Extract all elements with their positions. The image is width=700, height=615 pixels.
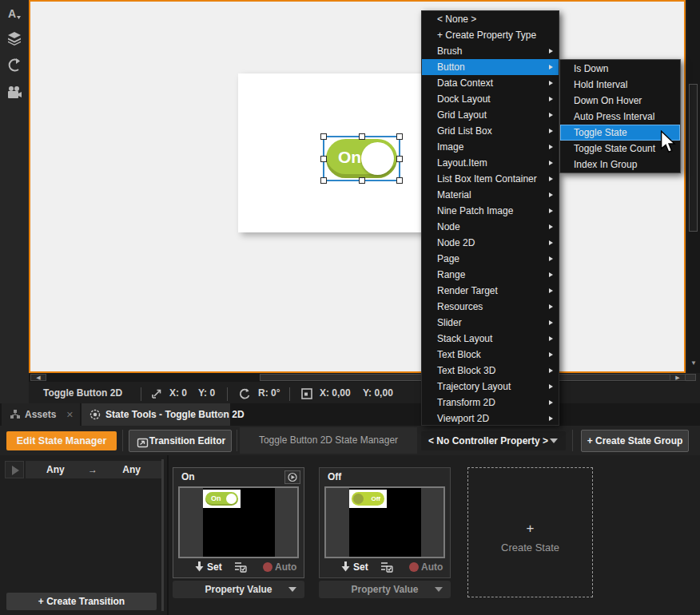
scroll-right-icon[interactable]: ▶ xyxy=(670,374,686,381)
menu-item-stack-layout[interactable]: Stack Layout xyxy=(422,331,559,347)
state-thumbnail[interactable]: Off xyxy=(324,486,445,558)
close-icon[interactable]: ✕ xyxy=(217,410,225,420)
menu-item-text-block[interactable]: Text Block xyxy=(422,347,559,363)
text-properties-icon[interactable]: A xyxy=(6,6,22,22)
menu-item-list-box-item-container[interactable]: List Box Item Container xyxy=(422,171,559,187)
controller-property-dropdown[interactable]: < No Controller Property > xyxy=(421,431,566,450)
selection-handle[interactable] xyxy=(320,177,327,184)
property-value-dropdown-on[interactable]: Property Value xyxy=(173,581,304,598)
vertical-scrollbar[interactable]: ▼ xyxy=(687,0,700,373)
menu-item-dock-layout[interactable]: Dock Layout xyxy=(422,91,559,107)
submenu-item-hold-interval[interactable]: Hold Interval xyxy=(560,77,680,93)
set-button[interactable]: Set xyxy=(207,561,222,573)
create-state-group-button[interactable]: + Create State Group xyxy=(581,430,689,452)
selection-handle[interactable] xyxy=(320,133,327,140)
submenu-arrow-icon xyxy=(549,129,553,133)
rotation-value: R: 0° xyxy=(258,387,280,399)
app-window: On ▼ ◀ ▶ A Toggl xyxy=(0,0,700,615)
play-transition-button[interactable] xyxy=(5,461,24,478)
thumbnail-toggle-chip: On xyxy=(203,490,241,508)
selection-handle[interactable] xyxy=(359,133,365,140)
create-state-button[interactable]: + Create State xyxy=(467,467,593,597)
menu-item-button[interactable]: Button xyxy=(422,59,559,75)
menu-item-create-property-type[interactable]: + Create Property Type xyxy=(422,27,559,43)
rotate-icon xyxy=(238,387,251,400)
menu-item-viewport-2d[interactable]: Viewport 2D xyxy=(422,411,559,427)
transition-any-any[interactable]: Any → Any xyxy=(26,461,161,478)
close-icon[interactable]: ✕ xyxy=(66,410,74,420)
selection-handle[interactable] xyxy=(320,156,327,162)
tab-assets[interactable]: Assets ✕ xyxy=(2,403,80,426)
menu-item-image[interactable]: Image xyxy=(422,139,559,155)
menu-item-range[interactable]: Range xyxy=(422,267,559,283)
scroll-down-icon[interactable]: ▼ xyxy=(690,359,697,367)
submenu-arrow-icon xyxy=(549,416,553,421)
state-card-off[interactable]: Off Off Set Auto xyxy=(319,467,451,578)
submenu-item-auto-press-interval[interactable]: Auto Press Interval xyxy=(560,109,680,125)
set-button[interactable]: Set xyxy=(353,561,368,573)
transitions-scrollbar[interactable] xyxy=(161,459,164,611)
camera-icon[interactable] xyxy=(6,85,22,101)
tab-state-tools[interactable]: State Tools - Toggle Button 2D ✕ xyxy=(82,403,230,426)
menu-item-resources[interactable]: Resources xyxy=(422,299,559,315)
menu-item-none[interactable]: < None > xyxy=(422,11,559,27)
menu-item-page[interactable]: Page xyxy=(422,251,559,267)
horizontal-scrollbar[interactable]: ◀ ▶ xyxy=(29,373,686,382)
transition-arrow-icon[interactable] xyxy=(6,58,22,73)
menu-item-slider[interactable]: Slider xyxy=(422,315,559,331)
submenu-arrow-icon xyxy=(549,208,553,213)
auto-record-icon[interactable] xyxy=(263,562,272,572)
submenu-arrow-icon xyxy=(549,97,553,101)
menu-item-grid-list-box[interactable]: Grid List Box xyxy=(422,123,559,139)
layers-icon[interactable] xyxy=(6,30,22,46)
scroll-left-icon[interactable]: ◀ xyxy=(30,374,46,381)
menu-item-label: Resources xyxy=(437,301,483,312)
menu-item-label: Node 2D xyxy=(437,237,475,248)
property-list-icon[interactable] xyxy=(234,561,247,573)
selection-handle[interactable] xyxy=(359,177,365,184)
edit-state-manager-button[interactable]: Edit State Manager xyxy=(6,431,117,450)
submenu-item-down-on-hover[interactable]: Down On Hover xyxy=(560,93,680,109)
preview-viewport[interactable] xyxy=(29,0,686,373)
submenu-item-index-in-group[interactable]: Index In Group xyxy=(560,157,680,173)
menu-item-nine-patch-image[interactable]: Nine Patch Image xyxy=(422,203,559,219)
menu-item-brush[interactable]: Brush xyxy=(422,43,559,59)
menu-item-material[interactable]: Material xyxy=(422,187,559,203)
position-y: Y: 0 xyxy=(198,387,215,399)
play-icon xyxy=(12,466,19,475)
arrow-right-icon: → xyxy=(88,464,97,475)
transition-editor-button[interactable]: Transition Editor xyxy=(129,430,232,452)
state-thumbnail[interactable]: On xyxy=(178,486,299,558)
menu-item-node-2d[interactable]: Node 2D xyxy=(422,235,559,251)
position-x: X: 0 xyxy=(169,387,187,399)
menu-item-text-block-3d[interactable]: Text Block 3D xyxy=(422,363,559,379)
selection-handle[interactable] xyxy=(396,133,403,140)
menu-item-data-context[interactable]: Data Context xyxy=(422,75,559,91)
state-name: Off xyxy=(328,471,341,482)
menu-item-label: Range xyxy=(437,269,465,280)
selection-handle[interactable] xyxy=(396,177,403,184)
submenu-arrow-icon xyxy=(549,161,553,165)
menu-item-node[interactable]: Node xyxy=(422,219,559,235)
menu-item-render-target[interactable]: Render Target xyxy=(422,283,559,299)
transition-editor-icon xyxy=(137,435,149,447)
menu-item-label: Image xyxy=(437,141,463,153)
translate-icon xyxy=(150,387,163,400)
thumbnail-toggle-chip: Off xyxy=(349,490,387,508)
property-list-icon[interactable] xyxy=(380,561,393,573)
transition-from: Any xyxy=(46,464,65,475)
state-card-on[interactable]: On On Set Auto xyxy=(173,467,304,578)
property-value-dropdown-off[interactable]: Property Value xyxy=(319,581,451,598)
menu-item-label: List Box Item Container xyxy=(437,173,537,184)
menu-item-label: Viewport 2D xyxy=(437,413,489,424)
menu-item-transform-2d[interactable]: Transform 2D xyxy=(422,395,559,411)
menu-item-trajectory-layout[interactable]: Trajectory Layout xyxy=(422,379,559,395)
create-transition-button[interactable]: + Create Transition xyxy=(6,593,157,610)
submenu-item-is-down[interactable]: Is Down xyxy=(560,61,680,77)
selection-handle[interactable] xyxy=(396,156,403,162)
menu-item-grid-layout[interactable]: Grid Layout xyxy=(422,107,559,123)
preview-state-button[interactable] xyxy=(284,470,300,484)
menu-item-layout-item[interactable]: Layout.Item xyxy=(422,155,559,171)
auto-record-icon[interactable] xyxy=(409,562,419,572)
vertical-scrollbar-thumb[interactable] xyxy=(689,84,698,232)
